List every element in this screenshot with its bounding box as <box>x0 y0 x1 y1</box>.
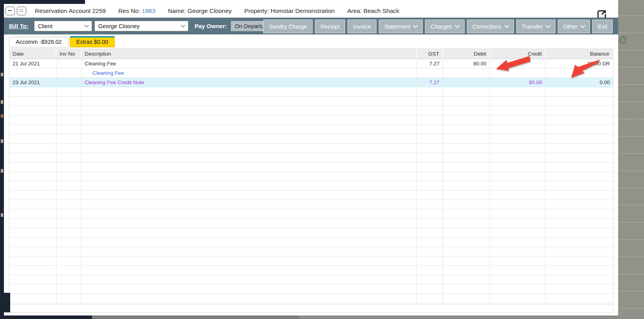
receipt-button[interactable]: Receipt <box>315 20 345 33</box>
cell-date <box>9 247 56 256</box>
column-header-inv-no[interactable]: Inv No <box>56 49 81 59</box>
cell-date <box>9 228 56 237</box>
cell-gst <box>417 191 443 200</box>
cell-balance <box>546 266 613 275</box>
cell-inv-no <box>56 106 81 115</box>
cell-inv-no <box>56 275 81 284</box>
table-row-empty <box>9 228 613 238</box>
column-header-credit[interactable]: Credit <box>490 49 546 59</box>
cell-description <box>81 238 417 247</box>
cell-balance <box>546 134 613 143</box>
other-button[interactable]: Other <box>558 20 590 33</box>
bill-to-label[interactable]: Bill To: <box>9 23 29 29</box>
cell-gst: 7.27 <box>417 59 443 68</box>
sundry-charge-button[interactable]: Sundry Charge <box>263 20 313 33</box>
account-tabs: Accomm -$928.02Extras $0.00 <box>9 36 116 47</box>
cell-balance <box>546 200 613 209</box>
table-row-empty <box>9 191 613 200</box>
description-link[interactable]: Cleaning Fee <box>92 70 124 76</box>
cell-inv-no <box>56 153 81 162</box>
corrections-button[interactable]: Corrections <box>467 20 514 33</box>
cell-description <box>81 266 417 275</box>
cell-credit <box>490 200 546 209</box>
cell-balance <box>546 256 613 265</box>
cell-gst <box>417 200 443 209</box>
cell-inv-no <box>56 219 81 228</box>
cell-inv-no <box>56 144 81 153</box>
cell-gst <box>417 87 443 96</box>
cell-inv-no <box>56 266 81 275</box>
button-label: Exit <box>598 23 607 30</box>
header-item: Area: Beach Shack <box>347 7 399 14</box>
column-header-description[interactable]: Description <box>81 49 417 59</box>
cell-description <box>81 162 417 171</box>
cell-inv-no <box>56 115 81 124</box>
table-row[interactable]: Cleaning Fee <box>9 68 613 78</box>
cell-credit <box>490 285 546 294</box>
cell-balance <box>546 275 613 284</box>
chevron-down-icon <box>413 23 418 28</box>
cell-date <box>9 115 56 124</box>
column-header-gst[interactable]: GST <box>417 49 443 59</box>
cell-date <box>9 153 56 162</box>
cell-debit <box>443 266 490 275</box>
tab-extras[interactable]: Extras $0.00 <box>70 36 115 47</box>
window-header: Reservation Account 2259Res No: 1863Name… <box>4 4 618 18</box>
cell-gst <box>417 68 443 77</box>
chevron-down-icon <box>84 23 89 27</box>
tab-accomm[interactable]: Accomm -$928.02 <box>9 37 69 47</box>
cell-credit: 80.00 <box>490 78 546 87</box>
screen: Reservation Account 2259Res No: 1863Name… <box>0 0 644 319</box>
button-label: Invoice <box>353 23 371 30</box>
transfer-button[interactable]: Transfer <box>516 20 555 33</box>
minimize-box-icon[interactable] <box>5 7 15 15</box>
cell-description <box>81 87 417 96</box>
column-header-balance[interactable]: Balance <box>546 49 613 59</box>
cell-date: 23 Jul 2021 <box>9 78 56 87</box>
cell-balance <box>546 247 613 256</box>
cell-description <box>81 219 417 228</box>
column-header-date[interactable]: Date <box>9 49 56 59</box>
exit-button[interactable]: Exit <box>592 20 613 33</box>
res-no-link[interactable]: 1863 <box>142 7 155 14</box>
cell-date <box>9 68 56 77</box>
cell-debit <box>443 144 490 153</box>
cell-credit <box>490 228 546 237</box>
cell-gst <box>417 106 443 115</box>
cell-balance <box>546 209 613 218</box>
table-row-empty <box>9 144 613 153</box>
cell-balance <box>546 172 613 181</box>
header-icons <box>5 7 26 15</box>
table-row-empty <box>9 285 613 294</box>
bill-to-type-select[interactable]: Client <box>34 21 92 31</box>
cell-debit <box>443 238 490 247</box>
statement-button[interactable]: Statement <box>379 20 423 33</box>
cell-description <box>81 275 417 284</box>
background-window-fragment-top <box>0 0 85 4</box>
cell-description <box>81 97 417 106</box>
bill-to-name-select[interactable]: George Clooney <box>94 21 188 31</box>
column-header-debit[interactable]: Debit <box>443 49 490 59</box>
cell-gst <box>417 115 443 124</box>
list-box-icon[interactable] <box>17 7 26 15</box>
cell-balance <box>546 162 613 171</box>
bill-to-type-value: Client <box>38 23 52 29</box>
table-row-empty <box>9 256 613 266</box>
table-row[interactable]: 21 Jul 2021Cleaning Fee7.2780.0080.00 DR <box>9 59 613 68</box>
charges-button[interactable]: Charges <box>425 20 465 33</box>
table-row-empty <box>9 172 613 181</box>
cell-credit <box>490 97 546 106</box>
cell-gst <box>417 125 443 134</box>
table-row[interactable]: 23 Jul 2021Cleaning Fee Credit Note7.278… <box>9 78 613 87</box>
invoice-button[interactable]: Invoice <box>347 20 376 33</box>
cell-balance <box>546 115 613 124</box>
button-label: Charges <box>431 23 452 30</box>
cell-inv-no <box>56 191 81 200</box>
chevron-down-icon <box>504 23 509 28</box>
cell-description <box>81 134 417 143</box>
header-item: Reservation Account 2259 <box>35 7 106 14</box>
cell-credit <box>490 153 546 162</box>
cell-description <box>81 106 417 115</box>
cell-gst <box>417 266 443 275</box>
table-row-empty <box>9 134 613 144</box>
